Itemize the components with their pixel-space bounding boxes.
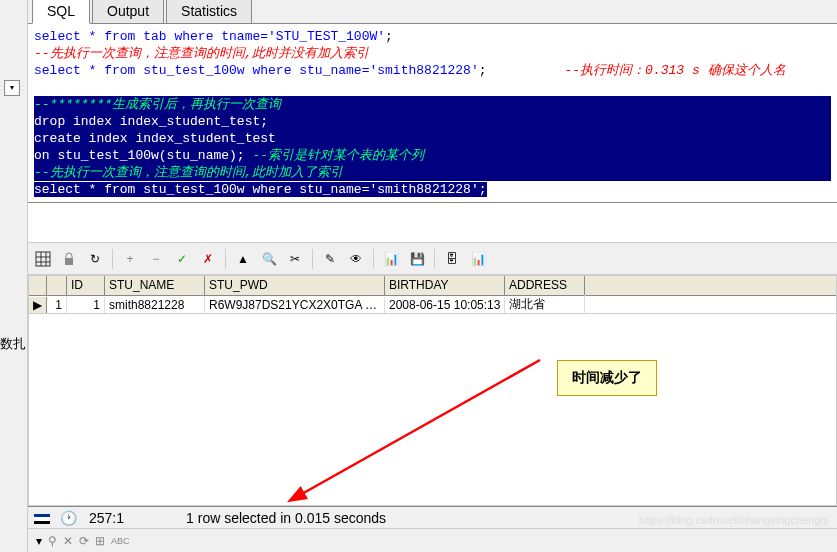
- chart-icon[interactable]: 📊: [469, 250, 487, 268]
- grid-header-row: ID STU_NAME STU_PWD BIRTHDAY ADDRESS: [29, 276, 836, 296]
- sql-editor[interactable]: select * from tab where tname='STU_TEST_…: [28, 24, 837, 203]
- remove-icon[interactable]: −: [147, 250, 165, 268]
- separator: [373, 249, 374, 269]
- col-stu-name[interactable]: STU_NAME: [105, 276, 205, 295]
- editor-comment: --先执行一次查询，注意查询的时间,此时并没有加入索引: [34, 45, 831, 62]
- editor-line: select * from stu_test_100w where stu_na…: [34, 62, 831, 79]
- results-toolbar: ↻ + − ✓ ✗ ▲ 🔍 ✂ ✎ 👁 📊 💾 🗄 📊: [28, 243, 837, 275]
- status-message: 1 row selected in 0.015 seconds: [186, 510, 386, 526]
- gutter-dropdown[interactable]: ▾: [4, 80, 20, 96]
- view-icon[interactable]: 👁: [347, 250, 365, 268]
- row-indicator: ▶: [29, 297, 47, 313]
- separator: [225, 249, 226, 269]
- cell-id: 1: [67, 297, 105, 313]
- bookmark-icon[interactable]: ▲: [234, 250, 252, 268]
- left-gutter: ▾ 数扎: [0, 0, 28, 552]
- find-icon[interactable]: 🔍: [260, 250, 278, 268]
- results-grid[interactable]: ID STU_NAME STU_PWD BIRTHDAY ADDRESS ▶ 1…: [28, 275, 837, 506]
- cell-address: 湖北省: [505, 295, 585, 314]
- tool-icon[interactable]: ⊞: [95, 534, 105, 548]
- status-flag-icon: [34, 511, 48, 525]
- annotation-callout: 时间减少了: [557, 360, 657, 396]
- svg-rect-0: [36, 252, 50, 266]
- separator: [434, 249, 435, 269]
- clock-icon: 🕐: [60, 510, 77, 526]
- tab-output[interactable]: Output: [92, 0, 164, 23]
- lock-icon[interactable]: [60, 250, 78, 268]
- side-label: 数扎: [0, 335, 26, 353]
- tool-icon[interactable]: ✕: [63, 534, 73, 548]
- row-indicator-header: [29, 276, 47, 295]
- grid-icon[interactable]: [34, 250, 52, 268]
- tool-icon[interactable]: ▾: [36, 534, 42, 548]
- watermark: https://blog.csdn.net/zhangyingchengqi: [639, 514, 829, 526]
- edit-icon[interactable]: ✎: [321, 250, 339, 268]
- svg-rect-7: [34, 517, 50, 521]
- editor-blank: [34, 79, 831, 96]
- editor-padding: [28, 203, 837, 243]
- col-address[interactable]: ADDRESS: [505, 276, 585, 295]
- cell-stu-name: smith8821228: [105, 297, 205, 313]
- bottom-toolbar: ▾ ⚲ ✕ ⟳ ⊞ ABC: [28, 528, 837, 552]
- tab-statistics[interactable]: Statistics: [166, 0, 252, 23]
- tab-sql[interactable]: SQL: [32, 0, 90, 24]
- svg-rect-6: [34, 514, 50, 517]
- refresh-icon[interactable]: ↻: [86, 250, 104, 268]
- editor-line: select * from tab where tname='STU_TEST_…: [34, 28, 831, 45]
- add-icon[interactable]: +: [121, 250, 139, 268]
- rollback-icon[interactable]: ✗: [199, 250, 217, 268]
- commit-icon[interactable]: ✓: [173, 250, 191, 268]
- separator: [112, 249, 113, 269]
- svg-rect-8: [34, 521, 50, 524]
- svg-rect-5: [65, 258, 73, 265]
- col-birthday[interactable]: BIRTHDAY: [385, 276, 505, 295]
- separator: [312, 249, 313, 269]
- tool-icon[interactable]: ⚲: [48, 534, 57, 548]
- editor-selection: --********生成索引后，再执行一次查询 drop index index…: [34, 96, 831, 198]
- table-row[interactable]: ▶ 1 1 smith8821228 R6W9J87DS21YCX2X0TGA …: [29, 296, 836, 314]
- save-icon[interactable]: 💾: [408, 250, 426, 268]
- cell-stu-pwd: R6W9J87DS21YCX2X0TGA …: [205, 297, 385, 313]
- col-stu-pwd[interactable]: STU_PWD: [205, 276, 385, 295]
- copy-icon[interactable]: ✂: [286, 250, 304, 268]
- cursor-position: 257:1: [89, 510, 124, 526]
- filter-icon[interactable]: 🗄: [443, 250, 461, 268]
- tool-icon[interactable]: ⟳: [79, 534, 89, 548]
- rownum-header[interactable]: [47, 276, 67, 295]
- col-id[interactable]: ID: [67, 276, 105, 295]
- tabs-bar: SQL Output Statistics: [28, 0, 837, 24]
- cell-rownum: 1: [47, 297, 67, 313]
- tool-icon[interactable]: ABC: [111, 536, 130, 546]
- cell-birthday: 2008-06-15 10:05:13: [385, 297, 505, 313]
- export-icon[interactable]: 📊: [382, 250, 400, 268]
